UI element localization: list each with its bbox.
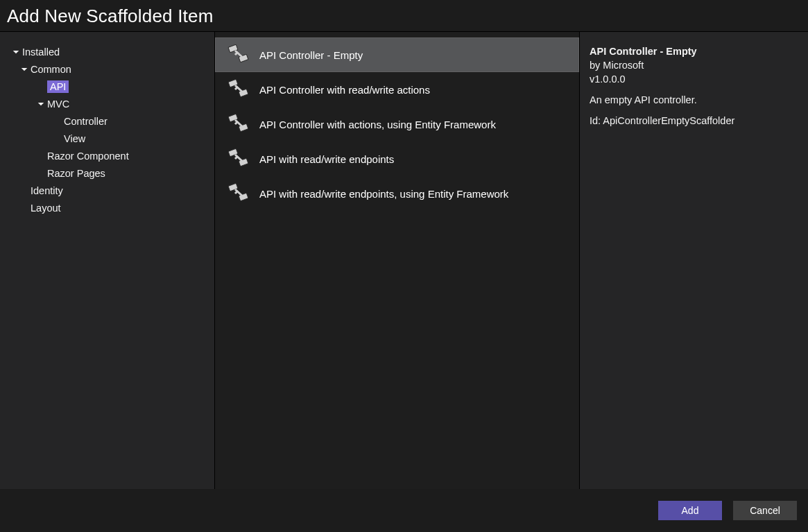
scaffold-icon: [225, 76, 252, 103]
tree-node-api[interactable]: API: [0, 78, 214, 95]
cancel-button[interactable]: Cancel: [733, 501, 797, 520]
tree-node-layout[interactable]: Layout: [0, 199, 214, 216]
add-button[interactable]: Add: [658, 501, 722, 520]
titlebar: Add New Scaffolded Item: [0, 0, 808, 31]
template-label: API Controller with read/write actions: [259, 84, 430, 96]
tree-label: Identity: [31, 185, 63, 196]
chevron-down-icon: [38, 99, 44, 105]
template-label: API with read/write endpoints: [259, 153, 394, 165]
template-item-api-controller-empty[interactable]: API Controller - Empty: [215, 37, 579, 72]
template-item-api-controller-ef[interactable]: API Controller with actions, using Entit…: [215, 107, 579, 141]
footer: Add Cancel: [0, 489, 808, 532]
dialog-title: Add New Scaffolded Item: [7, 6, 801, 27]
details-id: Id: ApiControllerEmptyScaffolder: [590, 114, 798, 128]
details-title: API Controller - Empty: [590, 44, 798, 58]
template-label: API Controller with actions, using Entit…: [259, 119, 496, 130]
tree-node-common[interactable]: Common: [0, 60, 214, 78]
template-list: API Controller - Empty API Controller wi…: [215, 32, 579, 489]
scaffold-icon: [225, 145, 252, 173]
scaffold-icon: [225, 41, 252, 69]
tree-label: Controller: [64, 116, 108, 127]
tree-node-view[interactable]: View: [0, 130, 214, 147]
tree-node-installed[interactable]: Installed: [0, 43, 214, 60]
tree-label: MVC: [47, 98, 69, 110]
template-item-api-rw-endpoints[interactable]: API with read/write endpoints: [215, 141, 579, 176]
content-area: Installed Common API MVC Controller View…: [0, 31, 808, 489]
tree-label: Layout: [31, 203, 61, 214]
tree-node-razor-component[interactable]: Razor Component: [0, 147, 214, 164]
details-pane: API Controller - Empty by Microsoft v1.0…: [579, 32, 808, 489]
details-version: v1.0.0.0: [590, 72, 798, 86]
tree-label: Common: [31, 64, 71, 75]
details-author: by Microsoft: [590, 58, 798, 72]
tree-node-controller[interactable]: Controller: [0, 112, 214, 130]
tree-node-razor-pages[interactable]: Razor Pages: [0, 164, 214, 182]
tree-node-identity[interactable]: Identity: [0, 182, 214, 199]
tree-label: Installed: [22, 46, 60, 58]
tree-label: Razor Pages: [47, 168, 105, 179]
tree-label: Razor Component: [47, 151, 129, 162]
details-description: An empty API controller.: [590, 93, 798, 107]
chevron-down-icon: [22, 65, 27, 70]
chevron-down-icon: [13, 47, 19, 53]
scaffold-dialog: Add New Scaffolded Item Installed Common…: [0, 0, 808, 532]
tree-label: View: [64, 133, 85, 144]
scaffold-icon: [225, 110, 252, 138]
category-tree: Installed Common API MVC Controller View…: [0, 32, 215, 489]
tree-node-mvc[interactable]: MVC: [0, 95, 214, 112]
scaffold-icon: [225, 180, 252, 207]
template-label: API Controller - Empty: [259, 49, 363, 61]
template-item-api-controller-rw[interactable]: API Controller with read/write actions: [215, 72, 579, 107]
template-item-api-rw-endpoints-ef[interactable]: API with read/write endpoints, using Ent…: [215, 176, 579, 211]
template-label: API with read/write endpoints, using Ent…: [259, 188, 508, 200]
tree-label: API: [47, 80, 69, 93]
